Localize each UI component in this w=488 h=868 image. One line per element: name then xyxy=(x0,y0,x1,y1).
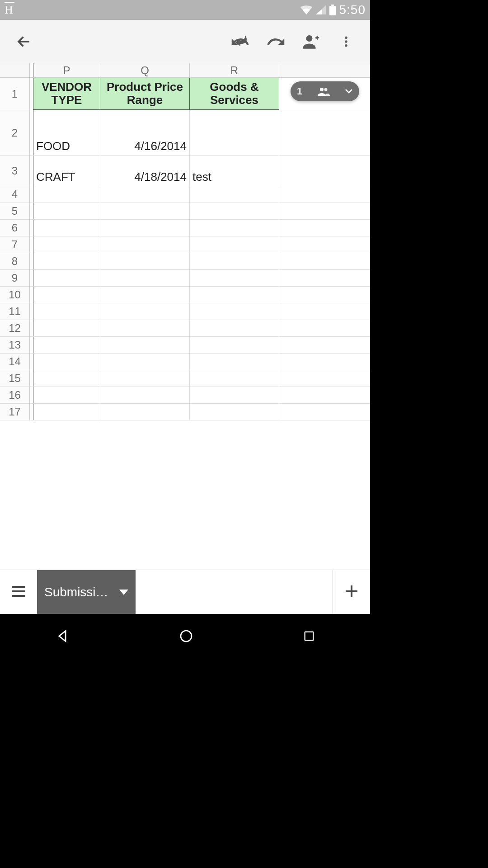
cell[interactable] xyxy=(190,303,279,320)
cell[interactable] xyxy=(33,270,100,286)
row-header[interactable]: 9 xyxy=(0,270,30,286)
status-bar: H 5:50 xyxy=(0,0,370,20)
cell[interactable] xyxy=(190,203,279,219)
overflow-menu-button[interactable] xyxy=(328,24,364,59)
row-header[interactable]: 2 xyxy=(0,110,30,155)
row-header[interactable]: 14 xyxy=(0,354,30,370)
cell[interactable]: CRAFT xyxy=(33,156,100,186)
cell[interactable] xyxy=(190,186,279,203)
cell[interactable] xyxy=(190,354,279,370)
cell[interactable]: Goods & Services xyxy=(190,78,279,110)
row-header[interactable]: 12 xyxy=(0,320,30,336)
nav-back-button[interactable] xyxy=(55,628,70,644)
row-header[interactable]: 15 xyxy=(0,370,30,387)
cell[interactable] xyxy=(190,337,279,353)
cell[interactable] xyxy=(100,320,190,336)
row-header[interactable]: 1 xyxy=(0,78,30,110)
cell[interactable]: VENDOR TYPE xyxy=(33,78,100,110)
chevron-down-icon xyxy=(345,89,353,94)
cell[interactable] xyxy=(100,303,190,320)
cell[interactable] xyxy=(33,303,100,320)
svg-point-8 xyxy=(320,88,324,91)
cell[interactable]: FOOD xyxy=(33,110,100,155)
nav-home-button[interactable] xyxy=(179,629,193,643)
row-header[interactable]: 8 xyxy=(0,253,30,269)
cell[interactable] xyxy=(100,253,190,269)
row-header[interactable]: 17 xyxy=(0,404,30,420)
table-row: 10 xyxy=(0,287,370,303)
back-button[interactable] xyxy=(6,24,42,59)
select-all-corner[interactable] xyxy=(0,63,30,77)
col-header-R[interactable]: R xyxy=(190,63,279,77)
cell[interactable] xyxy=(33,220,100,236)
spreadsheet[interactable]: P Q R 1 VENDOR TYPE Product Price Range … xyxy=(0,63,370,570)
cell[interactable]: Product Price Range xyxy=(100,78,190,110)
row-header[interactable]: 10 xyxy=(0,287,30,303)
cell[interactable] xyxy=(33,370,100,387)
undo-button[interactable] xyxy=(223,24,258,59)
cell[interactable] xyxy=(100,236,190,253)
cell[interactable] xyxy=(33,337,100,353)
cell[interactable] xyxy=(190,220,279,236)
cell[interactable]: test xyxy=(190,156,279,186)
cell[interactable] xyxy=(33,287,100,303)
cell[interactable] xyxy=(100,404,190,420)
collaborators-chip[interactable]: 1 xyxy=(291,81,359,101)
redo-button[interactable] xyxy=(258,24,293,59)
table-row: 12 xyxy=(0,320,370,337)
cell[interactable] xyxy=(100,354,190,370)
tab-bar-spacer xyxy=(136,570,333,614)
row-header[interactable]: 11 xyxy=(0,303,30,320)
all-sheets-button[interactable] xyxy=(0,570,37,614)
cell[interactable] xyxy=(33,387,100,403)
cell[interactable] xyxy=(100,387,190,403)
cell[interactable] xyxy=(190,370,279,387)
cell[interactable]: 4/18/2014 xyxy=(100,156,190,186)
col-header-Q[interactable]: Q xyxy=(100,63,190,77)
cell[interactable] xyxy=(190,404,279,420)
add-person-button[interactable] xyxy=(293,24,328,59)
cell[interactable] xyxy=(33,203,100,219)
row-header[interactable]: 4 xyxy=(0,186,30,203)
cell[interactable] xyxy=(190,236,279,253)
cell[interactable] xyxy=(33,404,100,420)
table-row: 17 xyxy=(0,404,370,420)
sheet-tab-active[interactable]: Submissi… xyxy=(37,570,136,614)
cell[interactable] xyxy=(33,253,100,269)
table-row: 14 xyxy=(0,354,370,370)
cell[interactable] xyxy=(190,320,279,336)
cell[interactable]: 4/16/2014 xyxy=(100,110,190,155)
add-sheet-button[interactable] xyxy=(333,570,370,614)
sheet-tab-label: Submissi… xyxy=(44,585,108,599)
nav-recents-button[interactable] xyxy=(303,630,315,642)
cell[interactable] xyxy=(100,337,190,353)
battery-icon xyxy=(329,5,336,15)
cell[interactable] xyxy=(190,387,279,403)
cell[interactable] xyxy=(100,270,190,286)
cell[interactable] xyxy=(100,287,190,303)
cell[interactable] xyxy=(33,320,100,336)
cell[interactable] xyxy=(100,203,190,219)
cell[interactable] xyxy=(100,186,190,203)
row-header[interactable]: 6 xyxy=(0,220,30,236)
cell[interactable] xyxy=(100,370,190,387)
svg-point-6 xyxy=(345,40,347,43)
cell[interactable] xyxy=(33,354,100,370)
cell[interactable] xyxy=(100,220,190,236)
cell[interactable] xyxy=(33,186,100,203)
cell[interactable] xyxy=(33,236,100,253)
cell[interactable] xyxy=(190,270,279,286)
svg-rect-14 xyxy=(346,590,357,592)
row-header[interactable]: 3 xyxy=(0,156,30,186)
row-header[interactable]: 16 xyxy=(0,387,30,403)
row-header[interactable]: 5 xyxy=(0,203,30,219)
row-header[interactable]: 13 xyxy=(0,337,30,353)
cell[interactable] xyxy=(190,110,279,155)
svg-rect-0 xyxy=(329,6,336,15)
cell[interactable] xyxy=(190,253,279,269)
app-toolbar xyxy=(0,20,370,63)
table-row: 13 xyxy=(0,337,370,354)
row-header[interactable]: 7 xyxy=(0,236,30,253)
col-header-P[interactable]: P xyxy=(33,63,100,77)
cell[interactable] xyxy=(190,287,279,303)
